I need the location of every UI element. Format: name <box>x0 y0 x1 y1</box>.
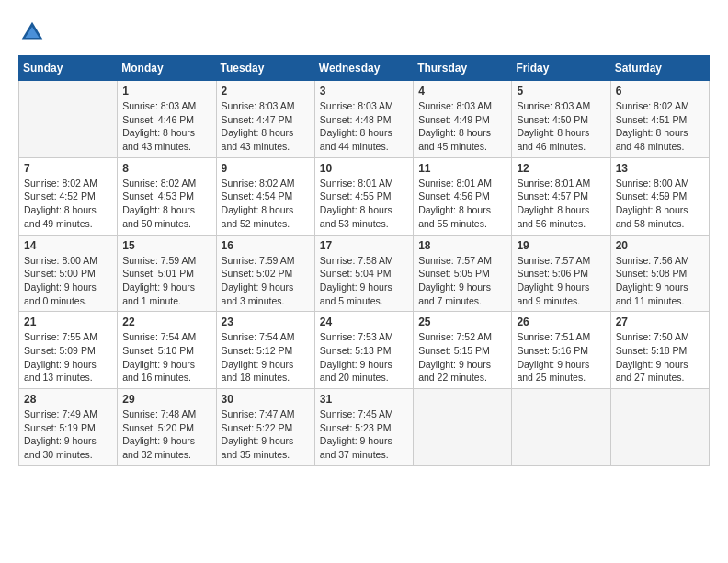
calendar-cell: 22Sunrise: 7:54 AMSunset: 5:10 PMDayligh… <box>118 312 216 389</box>
day-number: 26 <box>517 316 605 328</box>
week-row-4: 21Sunrise: 7:55 AMSunset: 5:09 PMDayligh… <box>19 312 710 389</box>
day-number: 10 <box>320 162 408 175</box>
day-number: 21 <box>24 316 112 328</box>
day-number: 25 <box>418 316 506 328</box>
calendar-cell: 5Sunrise: 8:03 AMSunset: 4:50 PMDaylight… <box>512 81 610 158</box>
calendar-cell: 31Sunrise: 7:45 AMSunset: 5:23 PMDayligh… <box>314 389 413 466</box>
day-number: 6 <box>616 85 704 98</box>
day-number: 23 <box>222 316 310 328</box>
day-info: Sunrise: 8:02 AMSunset: 4:54 PMDaylight:… <box>222 177 310 231</box>
calendar-cell: 11Sunrise: 8:01 AMSunset: 4:56 PMDayligh… <box>414 157 512 235</box>
day-number: 18 <box>418 239 506 252</box>
calendar-cell <box>19 81 118 158</box>
calendar-cell: 25Sunrise: 7:52 AMSunset: 5:15 PMDayligh… <box>414 312 512 389</box>
day-number: 30 <box>222 393 310 406</box>
day-number: 5 <box>517 85 605 98</box>
day-info: Sunrise: 7:57 AMSunset: 5:05 PMDaylight:… <box>418 254 506 308</box>
day-info: Sunrise: 8:03 AMSunset: 4:48 PMDaylight:… <box>320 99 408 154</box>
day-number: 4 <box>418 85 506 98</box>
calendar-cell: 6Sunrise: 8:02 AMSunset: 4:51 PMDaylight… <box>610 81 709 158</box>
day-number: 16 <box>222 239 310 252</box>
day-number: 20 <box>616 239 704 252</box>
day-header-friday: Friday <box>512 56 610 81</box>
day-info: Sunrise: 7:57 AMSunset: 5:06 PMDaylight:… <box>517 254 605 308</box>
day-info: Sunrise: 7:45 AMSunset: 5:23 PMDaylight:… <box>320 408 408 462</box>
day-info: Sunrise: 7:51 AMSunset: 5:16 PMDaylight:… <box>517 330 605 385</box>
day-info: Sunrise: 7:54 AMSunset: 5:12 PMDaylight:… <box>222 330 310 385</box>
day-number: 14 <box>24 239 112 252</box>
logo <box>18 18 50 46</box>
calendar-cell: 1Sunrise: 8:03 AMSunset: 4:46 PMDaylight… <box>118 81 216 158</box>
calendar-cell: 2Sunrise: 8:03 AMSunset: 4:47 PMDaylight… <box>216 81 314 158</box>
day-info: Sunrise: 8:01 AMSunset: 4:57 PMDaylight:… <box>517 177 605 231</box>
week-row-5: 28Sunrise: 7:49 AMSunset: 5:19 PMDayligh… <box>19 389 710 466</box>
day-info: Sunrise: 8:02 AMSunset: 4:51 PMDaylight:… <box>616 99 704 154</box>
calendar-cell: 21Sunrise: 7:55 AMSunset: 5:09 PMDayligh… <box>19 312 118 389</box>
calendar-cell: 16Sunrise: 7:59 AMSunset: 5:02 PMDayligh… <box>216 235 314 312</box>
calendar-cell: 9Sunrise: 8:02 AMSunset: 4:54 PMDaylight… <box>216 157 314 235</box>
calendar-cell: 13Sunrise: 8:00 AMSunset: 4:59 PMDayligh… <box>610 157 709 235</box>
day-number: 17 <box>320 239 408 252</box>
calendar-cell: 27Sunrise: 7:50 AMSunset: 5:18 PMDayligh… <box>610 312 709 389</box>
day-info: Sunrise: 8:03 AMSunset: 4:47 PMDaylight:… <box>222 99 310 154</box>
day-info: Sunrise: 8:02 AMSunset: 4:52 PMDaylight:… <box>24 177 112 231</box>
day-info: Sunrise: 8:01 AMSunset: 4:55 PMDaylight:… <box>320 177 408 231</box>
day-info: Sunrise: 7:56 AMSunset: 5:08 PMDaylight:… <box>616 254 704 308</box>
day-info: Sunrise: 7:59 AMSunset: 5:02 PMDaylight:… <box>222 254 310 308</box>
day-info: Sunrise: 8:03 AMSunset: 4:49 PMDaylight:… <box>418 99 506 154</box>
day-header-sunday: Sunday <box>19 56 118 81</box>
day-number: 28 <box>24 393 112 406</box>
calendar-cell: 23Sunrise: 7:54 AMSunset: 5:12 PMDayligh… <box>216 312 314 389</box>
calendar-cell: 24Sunrise: 7:53 AMSunset: 5:13 PMDayligh… <box>314 312 413 389</box>
logo-icon <box>18 18 46 46</box>
day-number: 13 <box>616 162 704 175</box>
day-number: 11 <box>418 162 506 175</box>
day-info: Sunrise: 7:58 AMSunset: 5:04 PMDaylight:… <box>320 254 408 308</box>
day-header-wednesday: Wednesday <box>314 56 413 81</box>
week-row-2: 7Sunrise: 8:02 AMSunset: 4:52 PMDaylight… <box>19 157 710 235</box>
week-row-3: 14Sunrise: 8:00 AMSunset: 5:00 PMDayligh… <box>19 235 710 312</box>
day-number: 31 <box>320 393 408 406</box>
header-row: SundayMondayTuesdayWednesdayThursdayFrid… <box>19 56 710 81</box>
day-info: Sunrise: 8:03 AMSunset: 4:50 PMDaylight:… <box>517 99 605 154</box>
day-info: Sunrise: 8:00 AMSunset: 4:59 PMDaylight:… <box>616 177 704 231</box>
day-number: 8 <box>122 162 210 175</box>
day-info: Sunrise: 8:00 AMSunset: 5:00 PMDaylight:… <box>24 254 112 308</box>
day-number: 9 <box>222 162 310 175</box>
day-info: Sunrise: 7:52 AMSunset: 5:15 PMDaylight:… <box>418 330 506 385</box>
calendar-cell: 14Sunrise: 8:00 AMSunset: 5:00 PMDayligh… <box>19 235 118 312</box>
calendar-cell: 10Sunrise: 8:01 AMSunset: 4:55 PMDayligh… <box>314 157 413 235</box>
day-info: Sunrise: 7:59 AMSunset: 5:01 PMDaylight:… <box>122 254 210 308</box>
day-number: 12 <box>517 162 605 175</box>
day-header-tuesday: Tuesday <box>216 56 314 81</box>
day-number: 7 <box>24 162 112 175</box>
calendar-cell: 29Sunrise: 7:48 AMSunset: 5:20 PMDayligh… <box>118 389 216 466</box>
calendar-cell: 15Sunrise: 7:59 AMSunset: 5:01 PMDayligh… <box>118 235 216 312</box>
day-number: 15 <box>122 239 210 252</box>
calendar-cell: 28Sunrise: 7:49 AMSunset: 5:19 PMDayligh… <box>19 389 118 466</box>
day-info: Sunrise: 7:53 AMSunset: 5:13 PMDaylight:… <box>320 330 408 385</box>
calendar-cell: 30Sunrise: 7:47 AMSunset: 5:22 PMDayligh… <box>216 389 314 466</box>
day-number: 19 <box>517 239 605 252</box>
calendar-cell: 4Sunrise: 8:03 AMSunset: 4:49 PMDaylight… <box>414 81 512 158</box>
day-number: 27 <box>616 316 704 328</box>
day-number: 29 <box>122 393 210 406</box>
calendar-cell: 18Sunrise: 7:57 AMSunset: 5:05 PMDayligh… <box>414 235 512 312</box>
day-number: 22 <box>122 316 210 328</box>
calendar-table: SundayMondayTuesdayWednesdayThursdayFrid… <box>18 55 710 466</box>
day-info: Sunrise: 7:54 AMSunset: 5:10 PMDaylight:… <box>122 330 210 385</box>
day-number: 24 <box>320 316 408 328</box>
day-info: Sunrise: 7:49 AMSunset: 5:19 PMDaylight:… <box>24 408 112 462</box>
day-info: Sunrise: 8:02 AMSunset: 4:53 PMDaylight:… <box>122 177 210 231</box>
calendar-cell: 17Sunrise: 7:58 AMSunset: 5:04 PMDayligh… <box>314 235 413 312</box>
calendar-cell: 8Sunrise: 8:02 AMSunset: 4:53 PMDaylight… <box>118 157 216 235</box>
day-number: 2 <box>222 85 310 98</box>
day-header-thursday: Thursday <box>414 56 512 81</box>
calendar-cell: 19Sunrise: 7:57 AMSunset: 5:06 PMDayligh… <box>512 235 610 312</box>
day-info: Sunrise: 7:55 AMSunset: 5:09 PMDaylight:… <box>24 330 112 385</box>
calendar-cell: 20Sunrise: 7:56 AMSunset: 5:08 PMDayligh… <box>610 235 709 312</box>
day-header-saturday: Saturday <box>610 56 709 81</box>
day-info: Sunrise: 7:47 AMSunset: 5:22 PMDaylight:… <box>222 408 310 462</box>
day-number: 1 <box>122 85 210 98</box>
page-header <box>18 18 710 46</box>
